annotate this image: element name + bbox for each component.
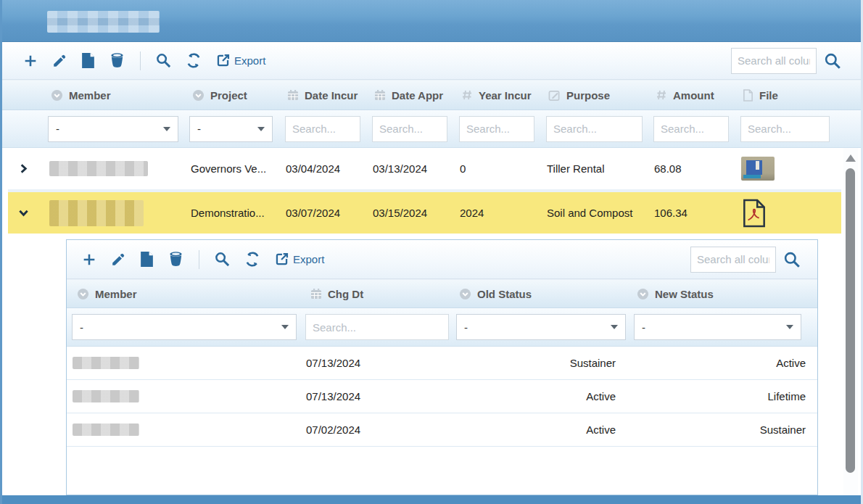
expand-row-button[interactable] — [8, 163, 44, 174]
cell-file — [735, 157, 830, 181]
filter-file-input[interactable] — [740, 116, 830, 142]
advanced-search-button[interactable] — [155, 52, 172, 69]
cell-member — [44, 161, 185, 176]
column-header-member[interactable]: Member — [70, 288, 303, 300]
filter-date-incurred-input[interactable] — [285, 116, 360, 142]
search-icon — [214, 251, 231, 268]
sub-filter-new-status-dropdown[interactable]: - — [634, 314, 801, 340]
filter-purpose-input[interactable] — [546, 116, 643, 142]
scrollbar-thumb[interactable] — [846, 168, 855, 473]
document-icon — [80, 52, 96, 69]
refresh-icon — [244, 251, 261, 268]
cell-chg-dt: 07/02/2024 — [300, 424, 449, 436]
toolbar-divider — [140, 51, 141, 70]
collapse-row-button[interactable] — [8, 207, 44, 218]
filter-year-incurred-input[interactable] — [459, 116, 534, 142]
sub-filter-old-status-dropdown[interactable]: - — [456, 314, 626, 340]
cell-project: Demonstratio... — [185, 207, 280, 219]
pdf-file-icon[interactable] — [741, 199, 767, 228]
column-label: Project — [210, 89, 247, 102]
export-button[interactable]: Export — [215, 53, 265, 68]
refresh-button[interactable] — [185, 52, 202, 69]
cell-old-status: Active — [449, 424, 627, 436]
column-header-year-incurred[interactable]: Year Incur — [454, 89, 541, 102]
column-label: Member — [95, 288, 137, 300]
search-submit-icon[interactable] — [823, 51, 842, 70]
sub-delete-button[interactable] — [168, 251, 184, 268]
table-row-selected[interactable]: Demonstratio... 03/07/2024 03/15/2024 20… — [8, 192, 841, 234]
sub-filter-member-dropdown[interactable]: - — [72, 314, 297, 340]
cell-purpose: Soil and Compost — [541, 207, 648, 219]
grid-header-row: Member Project Date Incur Date Appr — [2, 80, 861, 110]
chevron-down-icon — [18, 207, 29, 218]
dropdown-value: - — [197, 123, 201, 135]
cell-purpose: Tiller Rental — [541, 162, 648, 175]
hash-icon — [656, 89, 667, 101]
column-header-old-status[interactable]: Old Status — [452, 288, 629, 300]
member-name-redacted — [49, 161, 148, 176]
filter-amount-input[interactable] — [653, 116, 729, 142]
sub-add-button[interactable] — [81, 252, 97, 268]
add-button[interactable] — [22, 53, 38, 69]
cell-chg-dt: 07/13/2024 — [300, 357, 449, 369]
column-header-date-approved[interactable]: Date Appr — [367, 89, 454, 102]
table-row[interactable]: Governors Ve... 03/04/2024 03/13/2024 0 … — [8, 148, 841, 189]
sub-filter-chg-dt-input[interactable] — [305, 314, 449, 340]
main-toolbar: Export — [2, 42, 861, 80]
vertical-scrollbar[interactable] — [843, 148, 858, 495]
edit-box-icon — [548, 89, 561, 102]
toolbar-divider — [199, 250, 199, 269]
delete-button[interactable] — [109, 52, 125, 69]
trash-icon — [109, 52, 125, 69]
member-name-redacted — [73, 390, 139, 402]
filter-date-approved-input[interactable] — [372, 116, 447, 142]
filter-project-dropdown[interactable]: - — [189, 116, 273, 142]
copy-document-button[interactable] — [80, 52, 96, 69]
column-label: Old Status — [477, 288, 532, 300]
photo-thumbnail[interactable] — [741, 157, 775, 181]
sub-edit-button[interactable] — [110, 252, 126, 268]
column-header-amount[interactable]: Amount — [648, 89, 735, 102]
column-header-member[interactable]: Member — [44, 89, 185, 102]
cell-member — [44, 200, 185, 226]
search-all-input[interactable] — [731, 48, 817, 74]
column-header-file[interactable]: File — [735, 89, 830, 102]
dropdown-value: - — [56, 123, 59, 135]
window-title-redacted — [47, 11, 160, 33]
dropdown-value: - — [464, 321, 468, 334]
edit-button[interactable] — [51, 53, 67, 69]
window-bottom-frame — [0, 495, 863, 504]
sub-advanced-search-button[interactable] — [214, 251, 231, 268]
cell-date-incurred: 03/04/2024 — [280, 162, 367, 175]
sub-copy-document-button[interactable] — [139, 251, 154, 268]
subgrid-body: 07/13/2024 Sustainer Active 07/13/2024 A… — [67, 347, 817, 447]
cell-amount: 68.08 — [648, 162, 735, 175]
sub-export-button[interactable]: Export — [274, 252, 324, 267]
column-label: Date Appr — [392, 89, 443, 102]
search-icon — [155, 52, 172, 69]
column-label: New Status — [655, 288, 714, 300]
table-row[interactable]: 07/13/2024 Sustainer Active — [67, 347, 817, 380]
column-header-new-status[interactable]: New Status — [629, 288, 817, 300]
column-label: Year Incur — [479, 89, 532, 102]
column-header-chg-dt[interactable]: Chg Dt — [303, 288, 452, 300]
sub-refresh-button[interactable] — [244, 251, 261, 268]
trash-icon — [168, 251, 184, 268]
cell-amount: 106.34 — [648, 207, 735, 219]
scroll-up-arrow[interactable] — [846, 154, 856, 162]
search-all-cluster — [731, 48, 842, 74]
column-header-date-incurred[interactable]: Date Incur — [280, 89, 367, 102]
column-header-purpose[interactable]: Purpose — [541, 89, 648, 102]
cell-member — [67, 424, 300, 436]
sub-search-all-input[interactable] — [690, 247, 776, 273]
column-header-project[interactable]: Project — [185, 89, 280, 102]
chevron-circle-icon — [459, 288, 471, 300]
cell-member — [67, 357, 300, 369]
search-submit-icon[interactable] — [783, 250, 801, 269]
table-row[interactable]: 07/13/2024 Active Lifetime — [67, 380, 817, 413]
window-titlebar — [2, 0, 861, 42]
filter-member-dropdown[interactable]: - — [48, 116, 178, 142]
document-icon — [139, 251, 154, 268]
table-row[interactable]: 07/02/2024 Active Sustainer — [67, 413, 817, 447]
column-label: Chg Dt — [328, 288, 363, 300]
